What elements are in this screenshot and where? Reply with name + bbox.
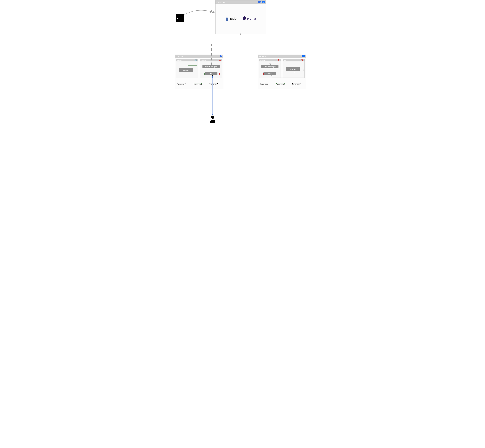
svg-text:APISIX: APISIX [278,61,279,61]
control-plane-body: Istio Kuma [216,4,266,34]
data-plane-left-panel: Data Plane Golang [175,55,223,89]
control-plane-title: Control Plane [216,1,226,3]
svg-point-19 [211,116,214,119]
svg-point-1 [259,2,260,2]
sidecar-left-title: Sidecar [201,59,206,61]
apisix-icon: APISIX [219,59,221,61]
svg-marker-13 [219,59,221,61]
sidecar-right-title: Sidecar [260,59,265,61]
svg-marker-3 [226,20,228,21]
istio-brand: Istio [225,16,237,22]
terminal-icon: >_ [176,14,184,22]
golang-gopher-icon [195,59,197,61]
golang-title: Golang [177,59,182,61]
kuma-label: Kuma [247,17,256,21]
apisix-mesh-agent-right-box: apisix-mesh-agent [261,65,278,68]
arrow-terminal-to-control-plane [184,10,214,15]
data-plane-right-header: Data Plane VM [258,55,306,58]
ruby-icon [301,59,304,61]
apisix-mesh-agent-left-box: apisix-mesh-agent [202,65,220,68]
apisix-left-box: APISIX [205,72,218,75]
kuma-bear-icon [242,16,246,21]
data-plane-left-header: Data Plane [175,55,223,58]
control-plane-panel: Control Plane VM [215,0,266,34]
user-icon [209,115,216,124]
kubernetes-icon [258,1,261,3]
apisix-right-box: APISIX [264,72,276,75]
sidecar-right-subpanel: Sidecar APISIX apisix-mesh-agent APISIX [259,59,281,78]
svg-point-5 [245,18,245,18]
ruby-subpanel: Ruby web app [283,59,305,78]
ruby-title: Ruby [284,59,287,61]
legend-inbound-right: Inbound traffic [292,84,300,85]
golang-subpanel: Golang web app [176,59,198,78]
data-plane-left-title: Data Plane [176,55,184,57]
vm-icon: VM [302,55,305,57]
data-plane-right-panel: Data Plane VM Sidecar APISIX [258,55,306,89]
legend-etcd-right: etcd v3 watch [260,84,268,85]
svg-point-7 [221,56,221,56]
legend-etcd-left: etcd v3 watch [178,84,186,85]
kubernetes-icon [220,55,222,57]
svg-marker-6 [220,55,222,57]
diagram-canvas: >_ Control Plane VM [175,0,310,125]
svg-marker-2 [226,16,228,20]
apisix-icon: APISIX [278,59,280,61]
svg-text:APISIX: APISIX [219,61,221,61]
ruby-web-app-box: web app [286,67,300,71]
istio-sail-icon [225,16,229,22]
control-plane-header: Control Plane VM [216,0,266,4]
sidecar-left-subpanel: Sidecar APISIX apisix-mesh-agent APISIX [200,59,222,78]
data-plane-right-title: Data Plane [259,55,266,57]
svg-point-4 [243,18,244,18]
golang-web-app-box: web app [179,68,193,72]
svg-point-8 [195,59,197,61]
legend-outbound-left: outbound traffic [194,84,202,85]
legend-outbound-right: outbound traffic [276,84,285,85]
vm-icon: VM [262,1,265,3]
istio-label: Istio [230,17,237,21]
kuma-brand: Kuma [242,16,256,21]
svg-marker-0 [259,1,260,3]
legend-inbound-left: Inbound traffic [210,84,218,85]
svg-marker-15 [278,59,279,61]
